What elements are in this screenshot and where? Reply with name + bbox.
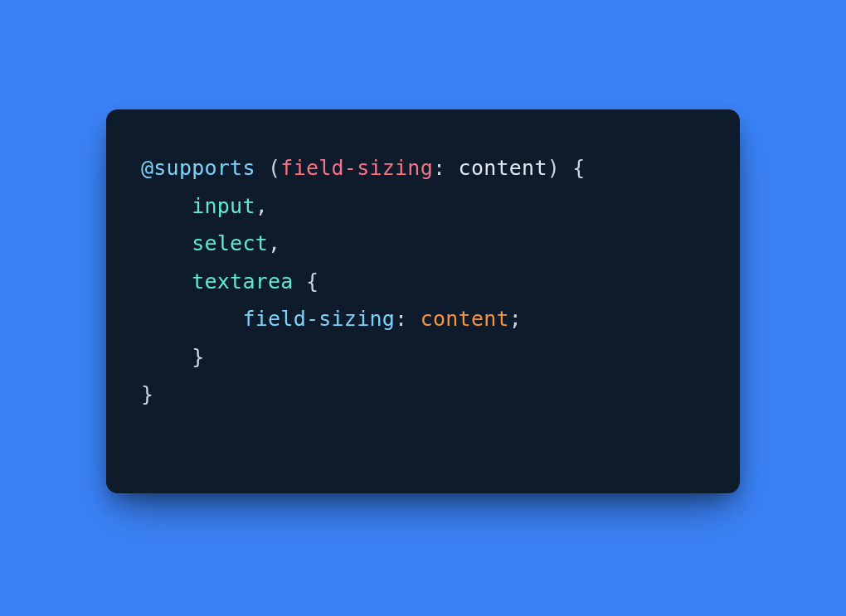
indent xyxy=(141,307,242,331)
space xyxy=(407,307,420,331)
brace-close: } xyxy=(192,345,204,369)
paren-close: ) xyxy=(547,156,560,180)
code-line-6: } xyxy=(141,345,205,369)
css-condition-value: content xyxy=(459,156,547,180)
indent xyxy=(141,231,192,255)
css-selector: select xyxy=(192,231,268,255)
css-selector: textarea xyxy=(192,269,293,293)
colon: : xyxy=(395,307,407,331)
code-content: @supports (field-sizing: content) { inpu… xyxy=(141,149,705,414)
code-line-1: @supports (field-sizing: content) { xyxy=(141,156,586,180)
indent xyxy=(141,269,192,293)
css-property: field-sizing xyxy=(242,307,395,331)
indent xyxy=(141,194,192,218)
code-line-4: textarea { xyxy=(141,269,318,293)
brace-open: { xyxy=(294,269,319,293)
semicolon: ; xyxy=(509,307,522,331)
css-value: content xyxy=(421,307,509,331)
css-condition-property: field-sizing xyxy=(280,156,433,180)
comma: , xyxy=(255,194,268,218)
paren-open: ( xyxy=(268,156,280,180)
code-line-7: } xyxy=(141,382,153,406)
space xyxy=(445,156,458,180)
brace-close: } xyxy=(141,382,153,406)
brace-open: { xyxy=(560,156,586,180)
css-at-rule: @supports xyxy=(141,156,255,180)
code-block: @supports (field-sizing: content) { inpu… xyxy=(106,109,740,493)
code-line-2: input, xyxy=(141,194,268,218)
indent xyxy=(141,345,192,369)
colon: : xyxy=(433,156,445,180)
comma: , xyxy=(268,231,280,255)
code-line-3: select, xyxy=(141,231,280,255)
css-selector: input xyxy=(192,194,255,218)
code-line-5: field-sizing: content; xyxy=(141,307,522,331)
